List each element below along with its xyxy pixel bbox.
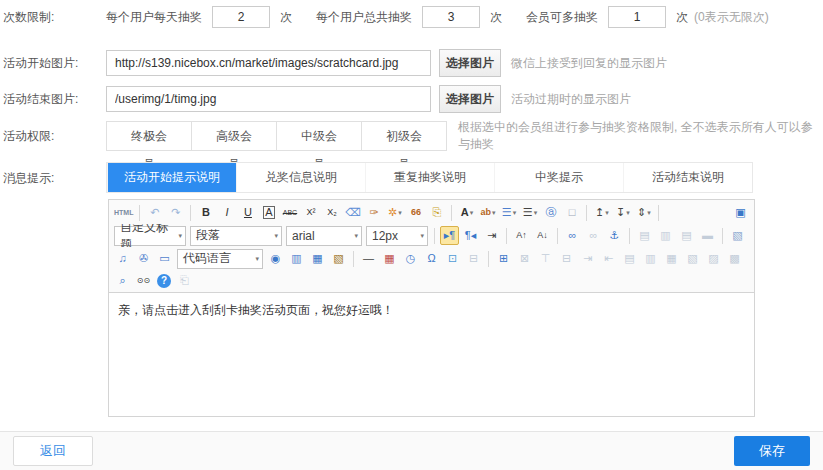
editor-content[interactable]: 亲，请点击进入刮刮卡抽奖活动页面，祝您好运哦！ xyxy=(109,293,754,416)
custom-title-select[interactable]: 自定义标题▾ xyxy=(114,226,186,246)
baidu-app-icon[interactable]: ⊡ xyxy=(443,249,462,268)
end-image-pick-button[interactable]: 选择图片 xyxy=(439,85,501,113)
blank-page-icon[interactable]: □ xyxy=(746,249,751,268)
save-button[interactable]: 保存 xyxy=(734,436,810,466)
snapshot-icon-glyph: ▧ xyxy=(333,253,343,264)
margin-top-icon[interactable]: ↥▾ xyxy=(592,203,611,222)
paragraph-select[interactable]: 段落▾ xyxy=(190,226,282,246)
delete-row-icon[interactable]: ▤ xyxy=(620,249,639,268)
start-image-pick-button[interactable]: 选择图片 xyxy=(439,49,501,77)
fullscreen-icon[interactable]: ▣ xyxy=(731,203,750,222)
italic-icon[interactable]: I xyxy=(217,203,236,222)
anchor-mark-icon-glyph: ⓐ xyxy=(545,207,556,218)
message-tab[interactable]: 重复抽奖说明 xyxy=(365,163,494,192)
letter-case-upper-icon[interactable]: A↑ xyxy=(512,226,531,245)
page-break-icon[interactable]: ▥ xyxy=(287,249,306,268)
line-height-icon[interactable]: ⇕▾ xyxy=(634,203,653,222)
auto-typeset-icon[interactable]: ✲▾ xyxy=(385,203,404,222)
image-manager-icon[interactable]: ▨ xyxy=(749,226,751,245)
dir-ltr-icon[interactable]: ▸¶ xyxy=(440,226,459,245)
split-cell-icon[interactable]: ▦ xyxy=(662,249,681,268)
letter-case-lower-icon[interactable]: A↓ xyxy=(533,226,552,245)
member-option-button[interactable]: 高级会员 xyxy=(191,121,277,151)
toolbar-separator xyxy=(139,205,140,221)
paragraph-select-value: 段落 xyxy=(196,227,220,244)
font-family-select[interactable]: arial▾ xyxy=(286,226,362,246)
member-option-button[interactable]: 初级会员 xyxy=(361,121,447,151)
insert-table-icon[interactable]: ⊞ xyxy=(494,249,513,268)
redo-icon[interactable]: ↷ xyxy=(166,203,185,222)
superscript-icon[interactable]: X² xyxy=(301,203,320,222)
blockquote-icon[interactable]: 66 xyxy=(406,203,425,222)
message-tab[interactable]: 活动结束说明 xyxy=(623,163,752,192)
attachment-icon[interactable]: ✇ xyxy=(134,249,153,268)
ordered-list-icon[interactable]: ☰▾ xyxy=(499,203,518,222)
img-float-none-icon[interactable]: ▬ xyxy=(698,226,717,245)
table-average-icon[interactable]: ▩ xyxy=(725,249,744,268)
insert-time-icon[interactable]: ◷ xyxy=(401,249,420,268)
insert-frame-icon[interactable]: ▭ xyxy=(155,249,174,268)
delete-table-icon[interactable]: ⊠ xyxy=(515,249,534,268)
code-language-select[interactable]: 代码语言▾ xyxy=(177,249,263,269)
insert-row-icon[interactable]: ⇥ xyxy=(578,249,597,268)
strikethrough-icon[interactable]: ABC xyxy=(280,203,299,222)
start-image-input[interactable] xyxy=(106,50,431,76)
start-image-label: 活动开始图片: xyxy=(0,55,106,72)
margin-bottom-icon-glyph: ↧ xyxy=(616,207,625,218)
back-button[interactable]: 返回 xyxy=(13,436,93,466)
img-float-left-icon[interactable]: ▤ xyxy=(635,226,654,245)
per-day-input[interactable] xyxy=(212,6,270,28)
template-icon[interactable]: ⊟ xyxy=(464,249,483,268)
format-clear-icon[interactable]: ⌫ xyxy=(343,203,362,222)
undo-icon[interactable]: ↶ xyxy=(145,203,164,222)
special-chars-icon[interactable]: Ω xyxy=(422,249,441,268)
font-color-icon[interactable]: A▾ xyxy=(457,203,476,222)
message-tab[interactable]: 活动开始提示说明 xyxy=(107,163,236,192)
source-code-icon[interactable]: HTML xyxy=(113,203,134,222)
total-input[interactable] xyxy=(422,6,480,28)
preview-icon[interactable]: ⌕ xyxy=(113,271,132,290)
anchor-icon[interactable]: ⚓ xyxy=(605,226,624,245)
clipboard-icon[interactable]: ⎗ xyxy=(175,271,194,290)
search-replace-icon[interactable]: ⊙⊙ xyxy=(134,271,153,290)
member-extra-input[interactable] xyxy=(608,6,666,28)
link-icon[interactable]: ∞ xyxy=(563,226,582,245)
img-float-right-icon[interactable]: ▤ xyxy=(677,226,696,245)
subscript-icon[interactable]: X₂ xyxy=(322,203,341,222)
blank-doc-icon[interactable]: □ xyxy=(562,203,581,222)
underline-icon[interactable]: U xyxy=(238,203,257,222)
anchor-mark-icon[interactable]: ⓐ xyxy=(541,203,560,222)
bold-icon[interactable]: B xyxy=(196,203,215,222)
snapshot-icon[interactable]: ▧ xyxy=(329,249,348,268)
img-float-center-icon[interactable]: ▥ xyxy=(656,226,675,245)
font-size-select[interactable]: 12px▾ xyxy=(366,226,428,246)
dir-rtl-icon[interactable]: ¶◂ xyxy=(461,226,480,245)
message-tab[interactable]: 兑奖信息说明 xyxy=(236,163,365,192)
split-col-icon[interactable]: ▨ xyxy=(704,249,723,268)
member-option-button[interactable]: 中级会员 xyxy=(276,121,362,151)
paste-text-icon[interactable]: ⎘ xyxy=(427,203,446,222)
table-title-icon[interactable]: ⊤ xyxy=(536,249,555,268)
member-option-button[interactable]: 终极会员 xyxy=(106,121,192,151)
margin-bottom-icon[interactable]: ↧▾ xyxy=(613,203,632,222)
char-border-icon[interactable]: A xyxy=(259,203,278,222)
indent-icon[interactable]: ⇥ xyxy=(482,226,501,245)
google-map-icon[interactable]: ◉ xyxy=(266,249,285,268)
end-image-input[interactable] xyxy=(106,86,431,112)
highlight-color-icon[interactable]: ab▾ xyxy=(478,203,497,222)
insert-col-icon[interactable]: ⇤ xyxy=(599,249,618,268)
split-row-icon[interactable]: ▧ xyxy=(683,249,702,268)
attachment-icon-glyph: ✇ xyxy=(139,253,148,264)
horizontal-rule-icon[interactable]: — xyxy=(359,249,378,268)
format-painter-icon[interactable]: ✑ xyxy=(364,203,383,222)
message-tab[interactable]: 中奖提示 xyxy=(494,163,623,192)
insert-image-icon[interactable]: ▧ xyxy=(728,226,747,245)
help-icon[interactable]: ? xyxy=(157,274,171,288)
insert-date-icon[interactable]: ▦ xyxy=(380,249,399,268)
unlink-icon[interactable]: ∞ xyxy=(584,226,603,245)
merge-cells-icon[interactable]: ⊟ xyxy=(557,249,576,268)
delete-col-icon[interactable]: ▥ xyxy=(641,249,660,268)
unordered-list-icon[interactable]: ☰▾ xyxy=(520,203,539,222)
edit-table-icon[interactable]: ▦ xyxy=(308,249,327,268)
music-icon[interactable]: ♫ xyxy=(113,249,132,268)
